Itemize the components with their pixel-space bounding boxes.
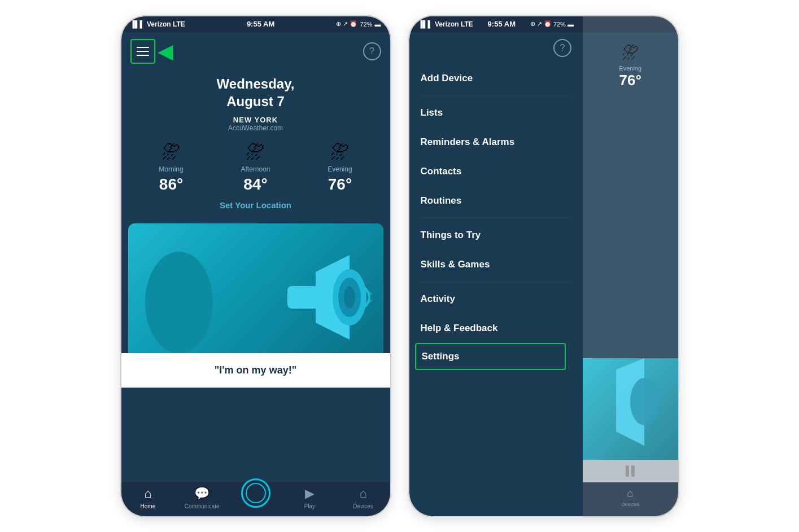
peek-period-label: Evening	[619, 65, 641, 72]
right-battery: ⊕ ↗ ⏰ 72% ▬	[530, 20, 574, 28]
svg-rect-4	[287, 286, 318, 309]
signal-icon-right: ▐▌▌	[418, 20, 433, 28]
peek-devices-label: Devices	[621, 502, 639, 507]
help-button[interactable]: ?	[363, 42, 381, 60]
wifi-icon: ⊕ ↗ ⏰	[336, 20, 357, 28]
devices-label: Devices	[353, 503, 373, 509]
peek-devices-tab: ⌂ Devices	[621, 487, 639, 507]
menu-divider-1	[421, 95, 571, 96]
right-phone-frame: ▐▌▌ Verizon LTE 9:55 AM ⊕ ↗ ⏰ 72% ▬ ? Ad…	[408, 15, 679, 517]
morning-label: Morning	[159, 165, 183, 173]
alexa-icon	[241, 478, 270, 508]
peek-tab: ⌂ Devices	[583, 482, 678, 516]
weather-period-afternoon: ⛈ Afternoon 84°	[241, 141, 270, 194]
signal-icon: ▐▌▌	[130, 20, 145, 28]
home-icon: ⌂	[144, 486, 151, 501]
menu-item-settings[interactable]: Settings	[415, 343, 566, 370]
right-help-button[interactable]: ?	[553, 39, 571, 57]
menu-line	[137, 51, 149, 52]
weather-date: Wednesday, August 7	[130, 75, 381, 110]
menu-item-contacts[interactable]: Contacts	[421, 157, 571, 186]
morning-temp: 86°	[159, 175, 183, 194]
tab-communicate[interactable]: 💬 Communicate	[185, 486, 220, 509]
menu-button[interactable]	[130, 39, 155, 64]
menu-divider-2	[421, 218, 571, 218]
tab-bar: ⌂ Home 💬 Communicate ▶ Play ⌂	[121, 481, 390, 516]
menu-line	[137, 55, 149, 56]
left-time: 9:55 AM	[247, 20, 274, 28]
menu-items-list: Add Device Lists Reminders & Alarms Cont…	[409, 64, 583, 505]
right-carrier: ▐▌▌ Verizon LTE	[418, 20, 473, 28]
screen-peek: ⛈ Evening 76° ⌂	[583, 16, 678, 516]
peek-temp: 76°	[619, 72, 641, 89]
home-label: Home	[141, 503, 156, 509]
menu-item-activity[interactable]: Activity	[421, 284, 571, 314]
afternoon-weather-icon: ⛈	[246, 141, 265, 163]
alexa-banner-bg	[128, 223, 383, 353]
menu-header: ?	[409, 32, 583, 64]
weather-period-morning: ⛈ Morning 86°	[159, 141, 183, 194]
afternoon-temp: 84°	[243, 175, 267, 194]
menu-item-lists[interactable]: Lists	[421, 98, 571, 127]
play-label: Play	[304, 503, 315, 509]
weather-location-name: NEW YORK	[130, 116, 381, 124]
right-time: 9:55 AM	[488, 20, 516, 28]
menu-item-skills[interactable]: Skills & Games	[421, 250, 571, 279]
alexa-circle	[246, 483, 266, 503]
menu-item-add-device[interactable]: Add Device	[421, 64, 571, 93]
right-status-bar: ▐▌▌ Verizon LTE 9:55 AM ⊕ ↗ ⏰ 72% ▬	[409, 16, 583, 32]
peek-content: ⛈ Evening 76°	[583, 32, 678, 100]
communicate-icon: 💬	[194, 486, 209, 501]
peek-status-bar	[583, 16, 678, 32]
weather-section: Wednesday, August 7 NEW YORK AccuWeather…	[121, 71, 390, 219]
left-app-header: ◀ ?	[121, 32, 390, 71]
peek-weather-icon: ⛈	[622, 43, 639, 63]
screenshot-container: ▐▌▌ Verizon LTE 9:55 AM ⊕ ↗ ⏰ 72% ▬	[0, 0, 799, 532]
left-battery: ⊕ ↗ ⏰ 72% ▬	[336, 20, 381, 28]
svg-point-6	[344, 286, 355, 309]
weather-period-evening: ⛈ Evening 76°	[328, 141, 352, 194]
icons-right: ⊕ ↗ ⏰	[530, 20, 552, 28]
tab-devices[interactable]: ⌂ Devices	[346, 486, 380, 509]
left-app-content: ◀ ? Wednesday, August 7 NEW YORK AccuWea…	[121, 32, 390, 516]
left-status-bar: ▐▌▌ Verizon LTE 9:55 AM ⊕ ↗ ⏰ 72% ▬	[121, 16, 390, 32]
set-location-button[interactable]: Set Your Location	[130, 200, 381, 210]
afternoon-label: Afternoon	[241, 165, 270, 173]
arrow-icon: ◀	[158, 41, 173, 61]
svg-point-8	[630, 378, 658, 425]
devices-icon: ⌂	[359, 486, 366, 501]
weather-periods: ⛈ Morning 86° ⛈ Afternoon 84° ⛈ Evening …	[130, 141, 381, 194]
menu-divider-3	[421, 282, 571, 282]
peek-gray-box	[583, 460, 678, 482]
alexa-quote: "I'm on my way!"	[121, 353, 390, 388]
menu-item-things-to-try[interactable]: Things to Try	[421, 221, 571, 250]
tab-home[interactable]: ⌂ Home	[131, 486, 165, 509]
battery-icon: ▬	[375, 21, 381, 28]
menu-drawer: ▐▌▌ Verizon LTE 9:55 AM ⊕ ↗ ⏰ 72% ▬ ? Ad…	[409, 16, 583, 516]
menu-item-help[interactable]: Help & Feedback	[421, 314, 571, 343]
tab-alexa[interactable]	[239, 487, 273, 508]
peek-banner-partial	[583, 358, 678, 471]
menu-item-reminders[interactable]: Reminders & Alarms	[421, 127, 571, 157]
play-icon: ▶	[305, 486, 315, 501]
peek-devices-icon: ⌂	[627, 487, 634, 500]
communicate-label: Communicate	[185, 503, 220, 509]
svg-point-1	[159, 254, 199, 294]
menu-item-routines[interactable]: Routines	[421, 186, 571, 216]
evening-temp: 76°	[328, 175, 352, 194]
evening-label: Evening	[328, 165, 352, 173]
morning-weather-icon: ⛈	[161, 141, 181, 163]
evening-weather-icon: ⛈	[330, 141, 350, 163]
battery-icon-right: ▬	[567, 21, 574, 28]
tab-play[interactable]: ▶ Play	[292, 486, 326, 509]
left-carrier: ▐▌▌ Verizon LTE	[130, 20, 185, 28]
left-phone-frame: ▐▌▌ Verizon LTE 9:55 AM ⊕ ↗ ⏰ 72% ▬	[120, 15, 391, 517]
alexa-banner	[128, 223, 383, 353]
header-left: ◀	[130, 39, 173, 64]
weather-source: AccuWeather.com	[130, 124, 381, 132]
menu-line	[137, 47, 149, 48]
